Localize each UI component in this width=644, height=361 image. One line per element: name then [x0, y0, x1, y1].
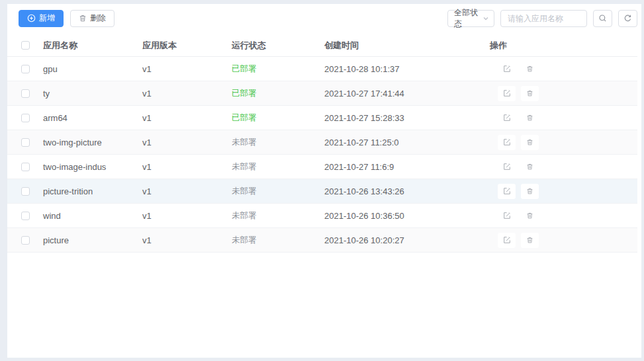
column-header-status: 运行状态: [232, 40, 324, 52]
trash-icon: [526, 65, 533, 73]
created-time-cell: 2021-10-28 10:1:37: [324, 64, 490, 74]
edit-square-icon: [503, 138, 511, 146]
created-time-cell: 2021-10-27 11:25:0: [324, 138, 490, 147]
app-list-panel: 新增 删除 全部状态: [7, 4, 641, 358]
delete-row-button[interactable]: [521, 184, 539, 199]
search-icon: [598, 14, 607, 22]
edit-button[interactable]: [498, 233, 516, 248]
column-header-actions: 操作: [490, 40, 637, 52]
delete-row-button[interactable]: [521, 86, 539, 101]
row-checkbox[interactable]: [21, 89, 30, 98]
edit-button[interactable]: [498, 208, 516, 223]
status-filter-select[interactable]: 全部状态: [447, 10, 494, 27]
row-checkbox[interactable]: [21, 187, 30, 196]
refresh-icon: [623, 14, 632, 22]
refresh-button[interactable]: [618, 10, 637, 27]
row-actions: [490, 110, 637, 126]
circle-plus-icon: [27, 14, 36, 22]
delete-row-button[interactable]: [521, 135, 539, 150]
edit-button[interactable]: [498, 184, 516, 199]
app-name-cell: ty: [43, 89, 142, 99]
row-checkbox[interactable]: [21, 65, 30, 73]
edit-button[interactable]: [498, 86, 516, 101]
created-time-cell: 2021-10-26 13:43:26: [324, 186, 490, 196]
row-actions: [490, 86, 637, 101]
status-badge: 未部署: [232, 235, 324, 246]
row-checkbox[interactable]: [21, 138, 30, 147]
status-badge: 未部署: [232, 186, 324, 197]
edit-button[interactable]: [498, 61, 516, 77]
search-input[interactable]: [500, 10, 587, 27]
delete-row-button[interactable]: [521, 61, 539, 77]
table-row: two-img-picture v1 未部署 2021-10-27 11:25:…: [7, 130, 637, 155]
trash-icon: [526, 89, 533, 97]
delete-button-label: 删除: [90, 13, 106, 24]
app-name-cell: two-img-picture: [43, 138, 142, 147]
created-time-cell: 2021-10-26 10:20:27: [324, 235, 490, 245]
created-time-cell: 2021-10-27 11:6:9: [324, 162, 490, 172]
row-actions: [490, 233, 637, 248]
table-body: gpu v1 已部署 2021-10-28 10:1:37: [7, 57, 637, 253]
edit-button[interactable]: [498, 110, 516, 126]
select-all-checkbox[interactable]: [21, 41, 30, 50]
status-badge: 未部署: [232, 210, 324, 221]
created-time-cell: 2021-10-26 10:36:50: [324, 211, 490, 221]
app-name-cell: two-image-indus: [43, 162, 142, 172]
row-checkbox[interactable]: [21, 114, 30, 122]
app-version-cell: v1: [142, 64, 232, 74]
trash-icon: [526, 138, 533, 146]
table-row: picture-trition v1 未部署 2021-10-26 13:43:…: [7, 179, 637, 204]
column-header-version: 应用版本: [142, 40, 232, 52]
row-checkbox[interactable]: [21, 236, 30, 245]
created-time-cell: 2021-10-27 17:41:44: [324, 89, 490, 99]
chevron-down-icon: [483, 15, 489, 22]
app-version-cell: v1: [142, 162, 232, 172]
add-button[interactable]: 新增: [19, 10, 64, 27]
edit-button[interactable]: [498, 159, 516, 175]
edit-square-icon: [503, 114, 511, 122]
table-row: gpu v1 已部署 2021-10-28 10:1:37: [7, 57, 637, 81]
row-actions: [490, 135, 637, 150]
app-name-cell: gpu: [43, 64, 142, 74]
edit-button[interactable]: [498, 135, 516, 150]
delete-button[interactable]: 删除: [70, 10, 115, 27]
row-actions: [490, 184, 637, 199]
row-actions: [490, 61, 637, 77]
app-name-cell: picture-trition: [43, 186, 142, 196]
row-actions: [490, 208, 637, 223]
row-checkbox[interactable]: [21, 212, 30, 220]
edit-square-icon: [503, 65, 511, 73]
status-filter-value: 全部状态: [454, 7, 483, 30]
app-name-cell: picture: [43, 235, 142, 245]
status-badge: 已部署: [232, 88, 324, 99]
table-row: two-image-indus v1 未部署 2021-10-27 11:6:9: [7, 155, 637, 179]
trash-icon: [526, 163, 533, 171]
edit-square-icon: [503, 163, 511, 171]
status-badge: 未部署: [232, 137, 324, 148]
row-actions: [490, 159, 637, 175]
search-button[interactable]: [593, 10, 612, 27]
table-row: ty v1 已部署 2021-10-27 17:41:44: [7, 81, 637, 106]
edit-square-icon: [503, 236, 511, 244]
table-row: wind v1 未部署 2021-10-26 10:36:50: [7, 204, 637, 228]
column-header-created: 创建时间: [324, 40, 490, 52]
created-time-cell: 2021-10-27 15:28:33: [324, 113, 490, 123]
trash-icon: [526, 236, 533, 244]
delete-row-button[interactable]: [521, 159, 539, 175]
status-badge: 已部署: [232, 63, 324, 75]
table-row: arm64 v1 已部署 2021-10-27 15:28:33: [7, 106, 637, 130]
delete-row-button[interactable]: [521, 208, 539, 223]
app-version-cell: v1: [142, 211, 232, 221]
app-name-cell: arm64: [43, 113, 142, 123]
app-version-cell: v1: [142, 89, 232, 99]
delete-row-button[interactable]: [521, 233, 539, 248]
toolbar-filters: 全部状态: [447, 10, 637, 27]
delete-row-button[interactable]: [521, 110, 539, 126]
column-header-name: 应用名称: [43, 40, 142, 52]
app-version-cell: v1: [142, 113, 232, 123]
row-checkbox[interactable]: [21, 163, 30, 171]
edit-square-icon: [503, 89, 511, 97]
app-version-cell: v1: [142, 138, 232, 147]
app-version-cell: v1: [142, 235, 232, 245]
trash-icon: [526, 114, 533, 122]
